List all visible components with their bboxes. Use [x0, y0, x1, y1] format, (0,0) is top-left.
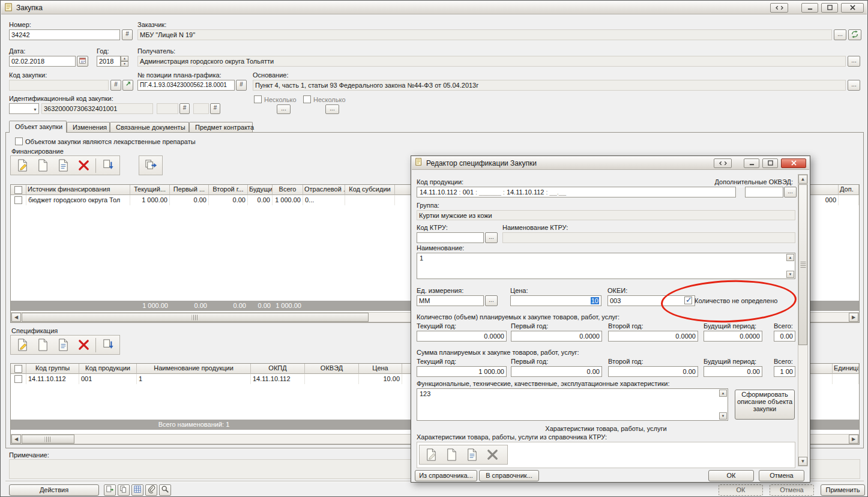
spec-header-unit[interactable]: Единица и: [833, 364, 859, 374]
tab-purchase-object[interactable]: Объект закупки: [9, 121, 67, 133]
scroll-up-icon[interactable]: ▲: [786, 254, 794, 261]
receiver-field[interactable]: Администрация городского округа Тольятти: [137, 56, 846, 67]
sum-future-field[interactable]: 0.00: [704, 366, 762, 377]
extra-okved-field[interactable]: [745, 187, 783, 197]
financing-header-current[interactable]: Текущий...: [130, 185, 170, 195]
financing-cell-current[interactable]: 1 000.00: [130, 195, 170, 205]
move-row-icon[interactable]: [98, 337, 118, 354]
multiple2-picker-button[interactable]: ...: [325, 104, 339, 114]
main-apply-button[interactable]: Применить: [821, 484, 865, 496]
maximize-button[interactable]: [821, 3, 838, 13]
customer-picker-button[interactable]: ...: [834, 29, 846, 40]
qty-second-field[interactable]: 0.0000: [608, 331, 698, 342]
scroll-down-icon[interactable]: ▼: [786, 271, 794, 278]
financing-header-subsidy[interactable]: Код субсидии: [345, 185, 395, 195]
close-button[interactable]: [781, 158, 806, 168]
year-field[interactable]: 2018: [97, 56, 121, 67]
dock-button[interactable]: [714, 158, 732, 168]
edit-properties-icon[interactable]: [53, 157, 73, 174]
scroll-left-icon[interactable]: ◀: [11, 435, 21, 444]
sum-current-field[interactable]: 1 000.00: [417, 366, 507, 377]
delete-row-icon[interactable]: [483, 447, 502, 463]
qty-first-field[interactable]: 0.0000: [511, 331, 602, 342]
characteristics-textarea[interactable]: 123 ▲ ▼: [417, 388, 728, 421]
number-field[interactable]: 34242: [9, 29, 120, 40]
unit-picker-button[interactable]: ...: [485, 295, 498, 306]
ikz-part2-hash-button[interactable]: #: [210, 103, 220, 114]
actions-button[interactable]: Действия: [9, 484, 99, 496]
financing-hscroll-thumb[interactable]: [22, 313, 369, 322]
spec-header-price[interactable]: Цена: [359, 364, 402, 374]
financing-header-checkbox[interactable]: [14, 186, 22, 194]
financing-cell-subsidy[interactable]: [345, 195, 395, 205]
year-spin-up[interactable]: ▲: [121, 56, 128, 61]
spec-cell-code[interactable]: 001: [79, 374, 137, 384]
attachment-button[interactable]: [145, 484, 157, 496]
plan-position-field[interactable]: ПГ.4.1.93.03423000562.18.0001: [137, 80, 235, 91]
close-button[interactable]: [841, 3, 864, 13]
financing-header-source[interactable]: Источник финансирования: [26, 185, 130, 195]
scroll-down-icon[interactable]: ▼: [719, 412, 727, 420]
copy-rows-icon[interactable]: [141, 157, 160, 174]
delete-row-icon[interactable]: [74, 337, 93, 354]
group-field[interactable]: Куртки мужские из кожи: [417, 210, 795, 220]
minimize-button[interactable]: [801, 3, 818, 13]
name-textarea[interactable]: 1 ▲ ▼: [417, 253, 795, 279]
spec-header-checkbox[interactable]: [14, 365, 22, 373]
purchase-code-hash-button[interactable]: #: [110, 80, 121, 91]
spec-header-okpd[interactable]: ОКПД: [251, 364, 305, 374]
ikz-part1-field[interactable]: [157, 103, 178, 114]
dock-button[interactable]: [770, 3, 788, 13]
edit-properties-icon[interactable]: [53, 337, 73, 354]
basis-picker-button[interactable]: ...: [848, 80, 860, 91]
minimize-button[interactable]: [744, 158, 759, 168]
ikz-dropdown[interactable]: ▼: [9, 103, 39, 114]
spec-cell-unit[interactable]: [833, 374, 859, 384]
price-field[interactable]: 10: [510, 295, 601, 306]
quantity-undefined-checkbox[interactable]: [684, 297, 692, 304]
number-hash-button[interactable]: #: [122, 29, 133, 40]
multiple1-checkbox[interactable]: [254, 95, 262, 103]
purchase-code-field[interactable]: [9, 80, 109, 91]
scroll-up-icon[interactable]: ▲: [719, 390, 727, 397]
spec-cell-price[interactable]: 10.00: [359, 374, 402, 384]
financing-header-branch[interactable]: Отраслевой ...: [303, 185, 345, 195]
financing-cell-future[interactable]: 0.00: [248, 195, 273, 205]
purchase-code-open-button[interactable]: [122, 80, 133, 91]
scroll-right-icon[interactable]: ▶: [849, 435, 858, 444]
search-icon[interactable]: [159, 484, 171, 496]
spec-cell-group[interactable]: 14.11.10.112: [26, 374, 79, 384]
copy-document-button[interactable]: [118, 484, 130, 496]
drugs-checkbox[interactable]: [15, 137, 23, 145]
spec-cell-okved[interactable]: [305, 374, 359, 384]
financing-cell-total[interactable]: 1 000.00: [273, 195, 303, 205]
sum-total-field[interactable]: 1 00: [774, 366, 795, 377]
financing-header-first[interactable]: Первый ...: [170, 185, 209, 195]
spec-header-name[interactable]: Наименование продукции: [137, 364, 251, 374]
maximize-button[interactable]: [762, 158, 778, 168]
scroll-left-icon[interactable]: ◀: [11, 313, 21, 322]
ktru-picker-button[interactable]: ...: [485, 232, 498, 243]
plan-position-hash-button[interactable]: #: [236, 80, 247, 91]
scroll-down-icon[interactable]: ▼: [798, 457, 807, 466]
tab-changes[interactable]: Изменения: [67, 122, 110, 133]
spec-header-code[interactable]: Код продукции: [79, 364, 137, 374]
customer-field[interactable]: МБУ "Лицей N 19": [137, 29, 832, 40]
calendar-button[interactable]: [77, 56, 88, 67]
spec-header-okved[interactable]: ОКВЭД: [305, 364, 359, 374]
to-reference-button[interactable]: В справочник...: [479, 470, 539, 481]
ikz-value-field[interactable]: 36320000730632401001: [41, 103, 153, 114]
financing-cell-dop[interactable]: [839, 195, 859, 205]
sum-first-field[interactable]: 0.00: [511, 366, 602, 377]
multiple1-picker-button[interactable]: ...: [277, 104, 291, 114]
add-row-icon[interactable]: [421, 447, 441, 463]
delete-row-icon[interactable]: [74, 157, 93, 174]
qty-future-field[interactable]: 0.0000: [704, 331, 762, 342]
ktru-code-field[interactable]: [417, 232, 484, 243]
spec-cell-name[interactable]: 1: [137, 374, 251, 384]
tab-linked-documents[interactable]: Связанные документы: [110, 122, 189, 133]
ikz-part2-field[interactable]: [193, 103, 209, 114]
new-document-icon[interactable]: [33, 337, 52, 354]
edit-properties-icon[interactable]: [462, 447, 481, 463]
scroll-right-icon[interactable]: ▶: [849, 313, 858, 322]
